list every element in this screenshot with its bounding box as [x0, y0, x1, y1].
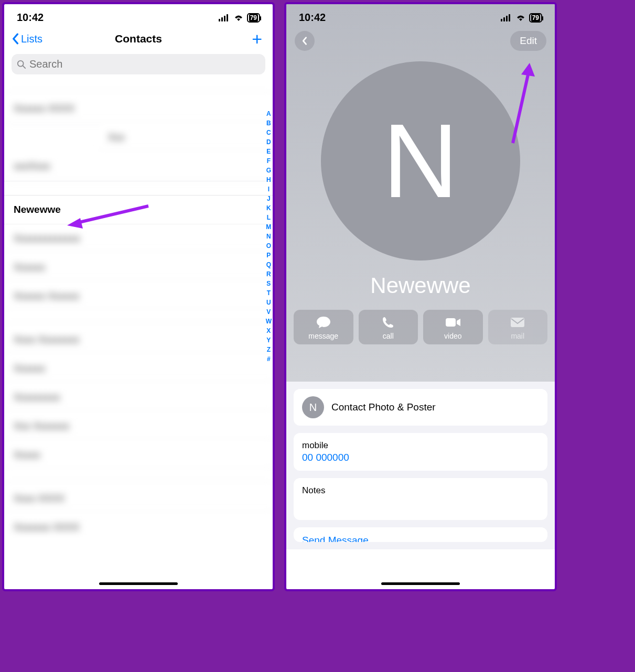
- list-item[interactable]: Xxx Xxxxxxx: [4, 412, 273, 441]
- search-field[interactable]: [12, 54, 265, 74]
- status-time: 10:42: [299, 12, 326, 24]
- wifi-icon: [515, 14, 526, 21]
- status-icons: 79: [219, 13, 260, 23]
- video-icon: [445, 315, 461, 330]
- section-header: [4, 80, 273, 94]
- svg-rect-12: [446, 318, 456, 327]
- phone-icon: [382, 315, 394, 330]
- mini-avatar: N: [302, 396, 324, 418]
- nav-bar: Lists Contacts +: [4, 26, 273, 52]
- back-button[interactable]: [295, 31, 315, 51]
- svg-rect-0: [219, 19, 220, 21]
- action-row: message call video mail: [286, 298, 555, 352]
- message-icon: [316, 315, 331, 330]
- home-indicator[interactable]: [99, 582, 178, 585]
- list-item[interactable]: Xxxxxx: [4, 253, 273, 282]
- back-label: Lists: [21, 33, 42, 45]
- section-header: [4, 311, 273, 326]
- message-button[interactable]: message: [294, 310, 353, 344]
- back-button[interactable]: Lists: [12, 33, 42, 45]
- list-item[interactable]: Xxxxx: [4, 441, 273, 470]
- svg-rect-8: [501, 19, 502, 21]
- contact-avatar: N: [321, 61, 520, 261]
- list-item[interactable]: Xxxxxx: [4, 354, 273, 383]
- cell-signal-icon: [501, 14, 512, 21]
- phone-card[interactable]: mobile 00 000000: [294, 433, 547, 471]
- status-bar: 10:42 79: [286, 4, 555, 26]
- svg-rect-1: [221, 17, 223, 21]
- contact-hero: 10:42 79 Edit N Newewwe message: [286, 4, 555, 382]
- list-item[interactable]: Xxxxxx Xxxxxx: [4, 282, 273, 311]
- status-bar: 10:42 79: [4, 4, 273, 26]
- mail-button: mail: [488, 310, 548, 344]
- svg-rect-10: [506, 16, 508, 21]
- notes-label: Notes: [302, 485, 539, 496]
- list-item-newewwe[interactable]: Newewwe: [4, 196, 273, 224]
- cell-signal-icon: [219, 14, 230, 21]
- page-title: Contacts: [115, 32, 162, 45]
- list-item[interactable]: xxxXxxx: [4, 152, 273, 181]
- add-contact-button[interactable]: +: [252, 30, 265, 48]
- contact-detail-screen: 10:42 79 Edit N Newewwe message: [284, 2, 557, 591]
- mail-icon: [510, 315, 525, 330]
- mobile-label: mobile: [302, 440, 539, 451]
- call-button[interactable]: call: [359, 310, 418, 344]
- status-time: 10:42: [17, 12, 44, 24]
- list-item[interactable]: Xxxxxxxxxxxxx: [4, 224, 273, 253]
- battery-icon: 79: [529, 13, 542, 23]
- svg-rect-13: [511, 318, 524, 327]
- mobile-value[interactable]: 00 000000: [302, 452, 539, 463]
- svg-rect-3: [227, 14, 228, 21]
- list-item[interactable]: Xxxx XXXX: [4, 484, 273, 513]
- section-header: [4, 181, 273, 196]
- alphabet-index[interactable]: ABCDEFGHIJKLMNOPQRSTUVWXYZ#: [266, 109, 272, 364]
- notes-card[interactable]: Notes: [294, 478, 547, 520]
- battery-icon: 79: [247, 13, 260, 23]
- status-icons: 79: [501, 13, 542, 23]
- contact-name: Newewwe: [286, 273, 555, 298]
- edit-button[interactable]: Edit: [510, 31, 546, 51]
- svg-rect-9: [503, 17, 505, 21]
- detail-sheet: N Contact Photo & Poster mobile 00 00000…: [286, 382, 555, 549]
- search-input[interactable]: [29, 58, 260, 70]
- list-item[interactable]: Xxxx Xxxxxxxx: [4, 326, 273, 354]
- svg-point-4: [18, 60, 24, 66]
- photo-poster-row[interactable]: N Contact Photo & Poster: [294, 389, 547, 426]
- svg-line-5: [23, 66, 26, 68]
- list-item[interactable]: Xxx: [99, 123, 273, 152]
- svg-marker-15: [521, 63, 535, 77]
- wifi-icon: [233, 14, 244, 21]
- list-item[interactable]: Xxxxxx XXXX: [4, 94, 273, 123]
- contacts-list[interactable]: Xxxxxx XXXX Xxx xxxXxxx Newewwe Xxxxxxxx…: [4, 80, 273, 541]
- list-item[interactable]: Xxxxxxxxx: [4, 383, 273, 412]
- list-item[interactable]: Xxxxxxx XXXX: [4, 513, 273, 541]
- chevron-left-icon: [302, 36, 308, 46]
- section-header: [4, 470, 273, 484]
- search-icon: [17, 60, 26, 69]
- send-message-link[interactable]: Send Message: [294, 527, 547, 542]
- video-button[interactable]: video: [423, 310, 483, 344]
- home-indicator[interactable]: [381, 582, 460, 585]
- chevron-left-icon: [12, 33, 19, 45]
- contacts-list-screen: 10:42 79 Lists Contacts + Xxxxxx XXXX Xx…: [2, 2, 275, 591]
- photo-poster-label: Contact Photo & Poster: [331, 402, 436, 413]
- svg-rect-11: [509, 14, 510, 21]
- svg-rect-2: [224, 16, 225, 21]
